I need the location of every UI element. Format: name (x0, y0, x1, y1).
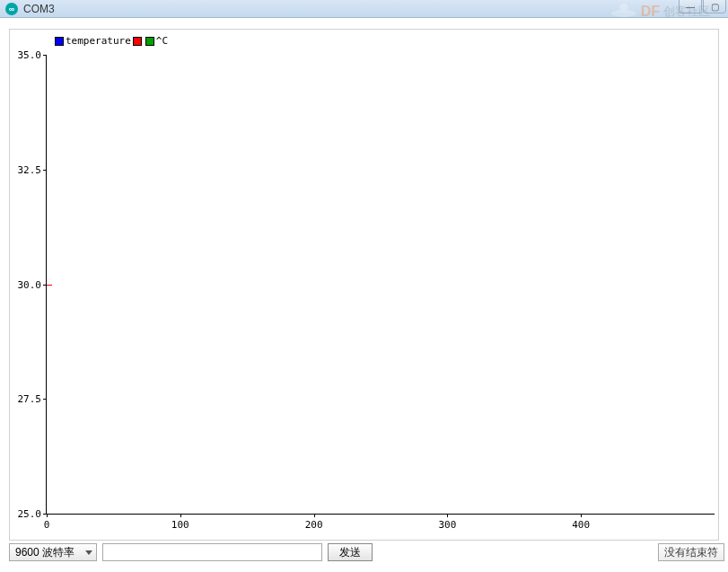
x-axis-tick (581, 514, 582, 517)
y-axis-label: 35.0 (18, 49, 42, 61)
y-axis-tick (43, 399, 47, 400)
legend-label-3: ^C (156, 35, 168, 47)
baud-rate-value: 9600 波特率 (15, 545, 75, 560)
y-axis-label: 32.5 (18, 163, 42, 175)
legend-swatch-1 (55, 37, 64, 46)
send-input[interactable] (102, 543, 322, 561)
y-axis-label: 30.0 (18, 278, 42, 290)
legend-swatch-2 (133, 37, 142, 46)
arduino-icon: ∞ (5, 3, 18, 15)
content-area: temperature ^C 25.027.530.032.535.001002… (0, 18, 728, 572)
titlebar: ∞ COM3 — ▢ (0, 0, 728, 18)
y-axis-label: 25.0 (18, 508, 42, 520)
legend-swatch-3 (145, 37, 154, 46)
y-axis-tick (43, 170, 47, 171)
x-axis-label: 400 (572, 519, 590, 531)
y-axis-tick (43, 55, 47, 56)
y-axis-label: 27.5 (18, 393, 42, 405)
minimize-button[interactable]: — (679, 0, 702, 13)
plot-area: 25.027.530.032.535.00100200300400 (46, 55, 715, 515)
chart-legend: temperature ^C (55, 35, 168, 47)
legend-label-1: temperature (66, 35, 131, 47)
send-button[interactable]: 发送 (328, 543, 373, 561)
x-axis-label: 100 (171, 519, 189, 531)
window-controls: — ▢ (679, 0, 726, 13)
x-axis-tick (447, 514, 448, 517)
window-title: COM3 (23, 3, 55, 15)
data-point (47, 285, 52, 286)
chart-area: temperature ^C 25.027.530.032.535.001002… (9, 29, 719, 541)
x-axis-tick (314, 514, 315, 517)
baud-rate-select[interactable]: 9600 波特率 (9, 543, 97, 561)
maximize-button[interactable]: ▢ (703, 0, 726, 13)
x-axis-label: 0 (44, 519, 50, 531)
chevron-down-icon (85, 550, 92, 555)
x-axis-tick (47, 514, 48, 517)
x-axis-label: 200 (305, 519, 323, 531)
bottom-toolbar: 9600 波特率 发送 没有结束符 (9, 541, 724, 563)
x-axis-tick (180, 514, 181, 517)
x-axis-label: 300 (438, 519, 456, 531)
line-ending-select[interactable]: 没有结束符 (658, 543, 724, 561)
